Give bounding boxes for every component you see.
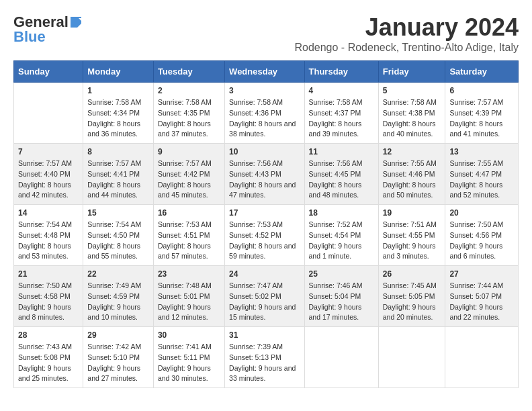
calendar-cell: 31Sunrise: 7:39 AMSunset: 5:13 PMDayligh… [225, 327, 304, 388]
calendar-cell: 5Sunrise: 7:58 AMSunset: 4:38 PMDaylight… [378, 83, 445, 144]
calendar-cell: 8Sunrise: 7:57 AMSunset: 4:41 PMDaylight… [83, 144, 154, 205]
day-info: Sunrise: 7:43 AMSunset: 5:08 PMDaylight:… [18, 342, 79, 384]
day-number: 30 [158, 330, 220, 340]
calendar-cell: 2Sunrise: 7:58 AMSunset: 4:35 PMDaylight… [153, 83, 224, 144]
calendar-body: 1Sunrise: 7:58 AMSunset: 4:34 PMDaylight… [14, 83, 519, 388]
day-info: Sunrise: 7:58 AMSunset: 4:36 PMDaylight:… [229, 97, 300, 140]
day-number: 27 [449, 269, 514, 279]
header-saturday: Saturday [445, 61, 519, 83]
day-info: Sunrise: 7:57 AMSunset: 4:42 PMDaylight:… [158, 158, 220, 201]
calendar-cell: 27Sunrise: 7:44 AMSunset: 5:07 PMDayligh… [445, 266, 519, 327]
logo-blue-text: Blue [13, 28, 46, 46]
calendar-cell: 17Sunrise: 7:53 AMSunset: 4:52 PMDayligh… [225, 205, 304, 266]
day-number: 2 [158, 86, 220, 95]
day-info: Sunrise: 7:57 AMSunset: 4:41 PMDaylight:… [87, 158, 149, 201]
calendar-week-3: 14Sunrise: 7:54 AMSunset: 4:48 PMDayligh… [14, 205, 519, 266]
day-number: 16 [158, 208, 220, 218]
day-info: Sunrise: 7:57 AMSunset: 4:39 PMDaylight:… [449, 97, 514, 140]
day-number: 13 [449, 147, 514, 156]
calendar-cell: 9Sunrise: 7:57 AMSunset: 4:42 PMDaylight… [153, 144, 224, 205]
calendar-cell: 24Sunrise: 7:47 AMSunset: 5:02 PMDayligh… [225, 266, 304, 327]
day-number: 26 [383, 269, 441, 279]
calendar-cell [14, 83, 83, 144]
day-info: Sunrise: 7:53 AMSunset: 4:52 PMDaylight:… [229, 220, 300, 262]
calendar-table: SundayMondayTuesdayWednesdayThursdayFrid… [13, 60, 519, 388]
day-number: 17 [229, 208, 300, 218]
calendar-cell: 20Sunrise: 7:50 AMSunset: 4:56 PMDayligh… [445, 205, 519, 266]
logo: General Blue [13, 13, 83, 46]
day-number: 8 [87, 147, 149, 156]
calendar-cell: 10Sunrise: 7:56 AMSunset: 4:43 PMDayligh… [225, 144, 304, 205]
calendar-cell: 30Sunrise: 7:41 AMSunset: 5:11 PMDayligh… [153, 327, 224, 388]
day-info: Sunrise: 7:41 AMSunset: 5:11 PMDaylight:… [158, 342, 220, 384]
day-number: 14 [18, 208, 79, 218]
calendar-cell: 4Sunrise: 7:58 AMSunset: 4:37 PMDaylight… [304, 83, 378, 144]
day-number: 5 [383, 86, 441, 95]
day-info: Sunrise: 7:46 AMSunset: 5:04 PMDaylight:… [309, 281, 374, 323]
calendar-cell: 15Sunrise: 7:54 AMSunset: 4:50 PMDayligh… [83, 205, 154, 266]
calendar-cell: 22Sunrise: 7:49 AMSunset: 4:59 PMDayligh… [83, 266, 154, 327]
day-info: Sunrise: 7:56 AMSunset: 4:45 PMDaylight:… [309, 158, 374, 201]
header-sunday: Sunday [14, 61, 83, 83]
day-info: Sunrise: 7:58 AMSunset: 4:35 PMDaylight:… [158, 97, 220, 140]
day-number: 4 [309, 86, 374, 95]
day-info: Sunrise: 7:53 AMSunset: 4:51 PMDaylight:… [158, 220, 220, 262]
calendar-week-2: 7Sunrise: 7:57 AMSunset: 4:40 PMDaylight… [14, 144, 519, 205]
logo-icon [69, 15, 83, 29]
day-number: 11 [309, 147, 374, 156]
day-info: Sunrise: 7:56 AMSunset: 4:43 PMDaylight:… [229, 158, 300, 201]
calendar-week-4: 21Sunrise: 7:50 AMSunset: 4:58 PMDayligh… [14, 266, 519, 327]
header-tuesday: Tuesday [153, 61, 224, 83]
calendar-week-1: 1Sunrise: 7:58 AMSunset: 4:34 PMDaylight… [14, 83, 519, 144]
header-friday: Friday [378, 61, 445, 83]
day-info: Sunrise: 7:49 AMSunset: 4:59 PMDaylight:… [87, 281, 149, 323]
day-number: 21 [18, 269, 79, 279]
day-number: 15 [87, 208, 149, 218]
header-monday: Monday [83, 61, 154, 83]
day-info: Sunrise: 7:58 AMSunset: 4:34 PMDaylight:… [87, 97, 149, 140]
day-info: Sunrise: 7:51 AMSunset: 4:55 PMDaylight:… [383, 220, 441, 262]
day-info: Sunrise: 7:54 AMSunset: 4:50 PMDaylight:… [87, 220, 149, 262]
calendar-cell: 14Sunrise: 7:54 AMSunset: 4:48 PMDayligh… [14, 205, 83, 266]
day-number: 29 [87, 330, 149, 340]
calendar-cell: 23Sunrise: 7:48 AMSunset: 5:01 PMDayligh… [153, 266, 224, 327]
day-number: 25 [309, 269, 374, 279]
calendar-cell [378, 327, 445, 388]
day-number: 20 [449, 208, 514, 218]
calendar-cell: 3Sunrise: 7:58 AMSunset: 4:36 PMDaylight… [225, 83, 304, 144]
calendar-cell: 11Sunrise: 7:56 AMSunset: 4:45 PMDayligh… [304, 144, 378, 205]
day-info: Sunrise: 7:47 AMSunset: 5:02 PMDaylight:… [229, 281, 300, 323]
calendar-cell: 19Sunrise: 7:51 AMSunset: 4:55 PMDayligh… [378, 205, 445, 266]
page-header: General Blue January 2024 Rodengo - Rode… [13, 13, 519, 54]
month-title: January 2024 [294, 13, 519, 42]
day-number: 28 [18, 330, 79, 340]
calendar-cell [445, 327, 519, 388]
day-info: Sunrise: 7:48 AMSunset: 5:01 PMDaylight:… [158, 281, 220, 323]
calendar-week-5: 28Sunrise: 7:43 AMSunset: 5:08 PMDayligh… [14, 327, 519, 388]
day-number: 22 [87, 269, 149, 279]
day-info: Sunrise: 7:58 AMSunset: 4:37 PMDaylight:… [309, 97, 374, 140]
day-number: 19 [383, 208, 441, 218]
calendar-cell: 1Sunrise: 7:58 AMSunset: 4:34 PMDaylight… [83, 83, 154, 144]
calendar-cell: 21Sunrise: 7:50 AMSunset: 4:58 PMDayligh… [14, 266, 83, 327]
day-info: Sunrise: 7:42 AMSunset: 5:10 PMDaylight:… [87, 342, 149, 384]
day-info: Sunrise: 7:54 AMSunset: 4:48 PMDaylight:… [18, 220, 79, 262]
day-info: Sunrise: 7:55 AMSunset: 4:47 PMDaylight:… [449, 158, 514, 201]
day-number: 18 [309, 208, 374, 218]
day-number: 6 [449, 86, 514, 95]
day-info: Sunrise: 7:45 AMSunset: 5:05 PMDaylight:… [383, 281, 441, 323]
day-info: Sunrise: 7:50 AMSunset: 4:58 PMDaylight:… [18, 281, 79, 323]
day-info: Sunrise: 7:55 AMSunset: 4:46 PMDaylight:… [383, 158, 441, 201]
calendar-cell: 13Sunrise: 7:55 AMSunset: 4:47 PMDayligh… [445, 144, 519, 205]
day-number: 31 [229, 330, 300, 340]
day-info: Sunrise: 7:57 AMSunset: 4:40 PMDaylight:… [18, 158, 79, 201]
day-number: 24 [229, 269, 300, 279]
day-number: 12 [383, 147, 441, 156]
day-number: 1 [87, 86, 149, 95]
day-number: 3 [229, 86, 300, 95]
calendar-cell: 29Sunrise: 7:42 AMSunset: 5:10 PMDayligh… [83, 327, 154, 388]
calendar-cell: 18Sunrise: 7:52 AMSunset: 4:54 PMDayligh… [304, 205, 378, 266]
header-thursday: Thursday [304, 61, 378, 83]
day-info: Sunrise: 7:58 AMSunset: 4:38 PMDaylight:… [383, 97, 441, 140]
location-title: Rodengo - Rodeneck, Trentino-Alto Adige,… [294, 42, 519, 54]
